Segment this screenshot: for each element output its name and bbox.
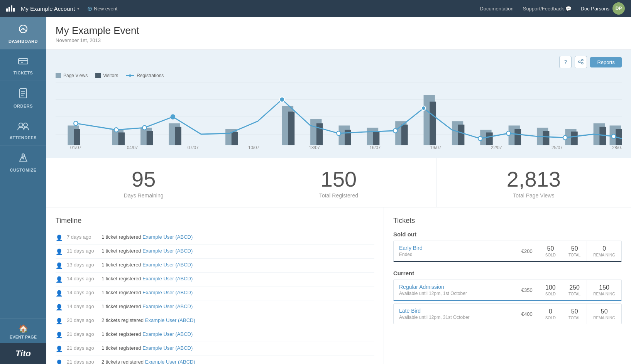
ticket-name[interactable]: Late Bird xyxy=(399,308,509,314)
sidebar-item-customize[interactable]: CUSTOMIZE xyxy=(0,146,46,178)
total-registered-value: 150 xyxy=(247,169,430,190)
timeline-text: 1 ticket registered Example User (ABCD) xyxy=(102,303,193,309)
main-content: My Example Event November 1st, 2013 ? xyxy=(46,17,631,364)
user-icon: 👤 xyxy=(56,345,63,352)
timeline-time: 14 days ago xyxy=(67,290,98,295)
user-icon: 👤 xyxy=(56,234,63,241)
svg-point-60 xyxy=(142,126,146,130)
timeline-user-link[interactable]: Example User (ABCD) xyxy=(142,234,193,240)
svg-point-68 xyxy=(563,135,567,140)
ticket-name[interactable]: Early Bird xyxy=(399,245,509,251)
timeline-user-link[interactable]: Example User (ABCD) xyxy=(142,290,193,295)
logo xyxy=(6,5,15,12)
ticket-total: 50 TOTAL xyxy=(562,304,587,324)
svg-text:10/07: 10/07 xyxy=(248,145,259,150)
sidebar-item-event-page[interactable]: 🏠 EVENT PAGE xyxy=(0,318,46,343)
chart-toolbar: ? Reports xyxy=(56,56,622,68)
chevron-down-icon: ▾ xyxy=(77,6,80,11)
timeline-user-link[interactable]: Example User (ABCD) xyxy=(142,276,193,281)
logo-bar xyxy=(6,8,8,12)
ticket-price: €200 xyxy=(515,248,539,254)
tickets-sold-out: Sold out Early Bird Ended €200 50 SOLD 5… xyxy=(393,231,622,262)
svg-point-15 xyxy=(582,62,583,64)
attendees-label: ATTENDEES xyxy=(10,135,37,140)
logo-icon xyxy=(6,5,15,12)
user-icon: 👤 xyxy=(56,276,63,283)
timeline-user-link[interactable]: Example User (ABCD) xyxy=(145,317,195,323)
sidebar-item-tickets[interactable]: TICKETS xyxy=(0,49,46,81)
dashboard-label: DASHBOARD xyxy=(8,39,38,44)
ticket-total-value: 50 xyxy=(568,245,580,252)
customize-label: CUSTOMIZE xyxy=(10,168,36,172)
new-event-button[interactable]: ⊕ New event xyxy=(87,5,117,12)
svg-text:16/07: 16/07 xyxy=(369,145,381,150)
timeline-item: 👤 14 days ago 1 ticket registered Exampl… xyxy=(56,286,374,300)
share-button[interactable] xyxy=(575,56,587,68)
ticket-info: Regular Admission Available until 12pm, … xyxy=(394,280,515,300)
stat-days-remaining: 95 Days Remaining xyxy=(46,158,241,207)
user-section[interactable]: Doc Parsons DP xyxy=(581,2,625,15)
registrations-label: Registrations xyxy=(137,73,164,78)
timeline-user-link[interactable]: Example User (ABCD) xyxy=(142,262,193,268)
timeline-time: 20 days ago xyxy=(67,317,98,323)
timeline-item: 👤 14 days ago 1 ticket registered Exampl… xyxy=(56,273,374,286)
support-link[interactable]: Support/Feedback 💬 xyxy=(523,6,572,12)
legend-visitors: Visitors xyxy=(95,73,118,78)
help-button[interactable]: ? xyxy=(559,56,572,68)
tickets-label: TICKETS xyxy=(14,71,33,75)
sidebar: DASHBOARD TICKETS ORDERS xyxy=(0,17,46,364)
timeline-title: Timeline xyxy=(56,217,374,225)
sidebar-item-attendees[interactable]: ATTENDEES xyxy=(0,114,46,146)
svg-rect-42 xyxy=(147,131,153,145)
svg-point-14 xyxy=(579,61,580,62)
chart-area: 01/07 04/07 07/07 10/07 13/07 16/07 19/0… xyxy=(56,82,622,152)
timeline-user-link[interactable]: Example User (ABCD) xyxy=(142,248,193,254)
ticket-row: Late Bird Available until 12pm, 31st Oct… xyxy=(393,303,622,324)
tito-logo[interactable]: Tito xyxy=(0,343,46,364)
dashboard-icon xyxy=(17,24,29,37)
timeline-text: 2 tickets registered Example User (ABCD) xyxy=(102,317,195,323)
svg-line-16 xyxy=(580,61,582,61)
ticket-total-value: 250 xyxy=(568,284,580,291)
svg-point-62 xyxy=(280,97,285,102)
svg-point-63 xyxy=(337,131,340,135)
ticket-remaining-label: REMAINING xyxy=(593,316,615,320)
timeline-time: 13 days ago xyxy=(67,262,98,268)
timeline-text: 2 tickets registered Example User (ABCD) xyxy=(102,359,195,364)
plus-icon: ⊕ xyxy=(87,5,92,12)
ticket-name[interactable]: Regular Admission xyxy=(399,284,509,290)
ticket-total: 50 TOTAL xyxy=(562,241,587,261)
svg-point-10 xyxy=(24,123,27,127)
svg-text:01/07: 01/07 xyxy=(70,145,81,150)
timeline-user-link[interactable]: Example User (ABCD) xyxy=(142,331,193,337)
documentation-link[interactable]: Documentation xyxy=(480,6,513,12)
svg-text:22/07: 22/07 xyxy=(491,145,502,150)
timeline-section: Timeline 👤 7 days ago 1 ticket registere… xyxy=(46,207,384,364)
timeline-user-link[interactable]: Example User (ABCD) xyxy=(142,303,193,309)
timeline-time: 14 days ago xyxy=(67,276,98,281)
svg-rect-43 xyxy=(175,127,181,145)
tickets-title: Tickets xyxy=(393,217,622,225)
visitors-label: Visitors xyxy=(103,73,118,78)
account-selector[interactable]: My Example Account ▾ xyxy=(21,5,80,12)
sidebar-item-orders[interactable]: ORDERS xyxy=(0,81,46,114)
stats-row: 95 Days Remaining 150 Total Registered 2… xyxy=(46,158,631,207)
timeline-user-link[interactable]: Example User (ABCD) xyxy=(145,359,195,364)
svg-rect-51 xyxy=(458,125,465,145)
reports-button[interactable]: Reports xyxy=(590,57,622,67)
event-date: November 1st, 2013 xyxy=(56,37,622,43)
total-page-views-label: Total Page Views xyxy=(443,192,625,199)
ticket-total-label: TOTAL xyxy=(568,316,580,320)
user-icon: 👤 xyxy=(56,262,63,269)
timeline-text: 1 ticket registered Example User (ABCD) xyxy=(102,234,193,240)
support-label: Support/Feedback xyxy=(523,6,564,12)
sidebar-item-dashboard[interactable]: DASHBOARD xyxy=(0,17,46,49)
timeline-time: 21 days ago xyxy=(67,345,98,351)
attendees-icon xyxy=(17,121,29,133)
svg-text:07/07: 07/07 xyxy=(188,145,199,150)
new-event-label: New event xyxy=(94,6,117,12)
tickets-section: Tickets Sold out Early Bird Ended €200 5… xyxy=(384,207,631,364)
timeline-item: 👤 11 days ago 1 ticket registered Exampl… xyxy=(56,245,374,259)
timeline-user-link[interactable]: Example User (ABCD) xyxy=(142,345,193,351)
page-views-label: Page Views xyxy=(63,73,88,78)
